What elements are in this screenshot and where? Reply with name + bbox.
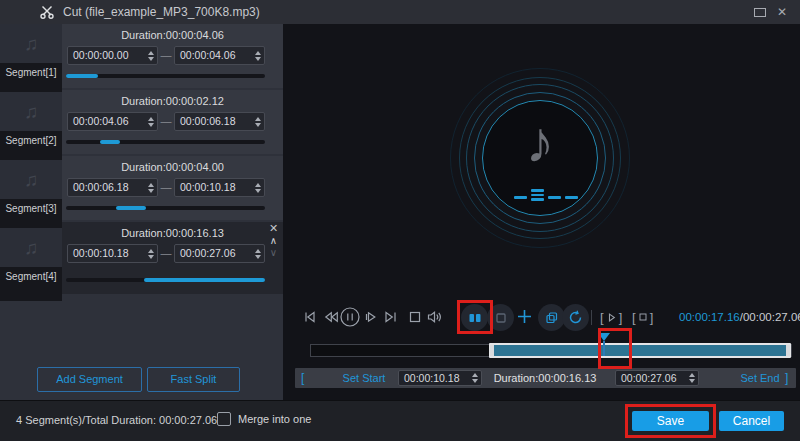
stop-button[interactable] xyxy=(407,309,423,325)
timeline-selection[interactable] xyxy=(489,343,791,358)
segment-thumbnail-label: Segment[1] xyxy=(0,67,62,78)
segment-range-fill xyxy=(66,74,98,78)
set-start-button[interactable]: Set Start xyxy=(333,368,395,388)
stop-segment-button[interactable]: [ ] xyxy=(632,309,653,325)
pause-button[interactable] xyxy=(339,306,355,322)
time-stepper-icon[interactable] xyxy=(148,117,154,127)
segments-status-text: 4 Segment(s)/Total Duration: 00:00:27.06 xyxy=(16,414,217,426)
segment-thumbnail-3[interactable]: ♫ Segment[3] xyxy=(0,160,62,222)
equalizer-icon xyxy=(514,188,578,202)
move-up-icon[interactable]: ∧ xyxy=(266,235,281,247)
rewind-button[interactable] xyxy=(323,309,339,325)
time-stepper-icon[interactable] xyxy=(255,117,261,127)
segment-thumbnail-1[interactable]: ♫ Segment[1] xyxy=(0,24,62,86)
range-bracket-open: [ xyxy=(301,368,304,388)
music-note-icon[interactable]: ♫ xyxy=(0,24,62,63)
set-end-button[interactable]: Set End xyxy=(729,368,791,388)
time-stepper-icon[interactable] xyxy=(255,183,261,193)
music-note-icon[interactable]: ♫ xyxy=(0,160,62,199)
end-time-input[interactable]: 00:00:06.18 xyxy=(174,112,265,131)
toolbar-divider xyxy=(591,310,592,325)
time-display: 00:00:17.16/00:00:27.06 xyxy=(679,311,800,323)
range-dash: — xyxy=(158,46,174,65)
range-start-input[interactable]: 00:00:10.18 xyxy=(398,370,482,386)
segment-duration-label: Duration:00:00:04.00 xyxy=(62,161,283,173)
merge-checkbox[interactable] xyxy=(217,412,231,426)
segment-card-4-selected: Duration:00:00:16.13 00:00:10.18 — 00:00… xyxy=(62,222,283,294)
range-end-input[interactable]: 00:00:27.06 xyxy=(615,370,699,386)
maximize-icon[interactable] xyxy=(754,8,766,17)
segment-range-fill xyxy=(116,206,146,210)
music-note-icon: ♪ xyxy=(510,112,570,172)
step-forward-button[interactable] xyxy=(363,309,379,325)
time-stepper-icon[interactable] xyxy=(472,373,478,383)
annotation-box-split xyxy=(457,300,493,334)
copy-button[interactable] xyxy=(538,304,565,331)
start-time-input[interactable]: 00:00:00.00 xyxy=(67,46,158,65)
segment-card-1: Duration:00:00:04.06 00:00:00.00 — 00:00… xyxy=(62,24,283,88)
segment-thumbnail-label: Segment[3] xyxy=(0,203,62,214)
reset-button[interactable] xyxy=(562,304,589,331)
segment-thumbnail-4[interactable]: ♫ Segment[4] xyxy=(0,228,62,290)
time-stepper-icon[interactable] xyxy=(148,51,154,61)
start-time-input[interactable]: 00:00:06.18 xyxy=(67,178,158,197)
end-time-input[interactable]: 00:00:27.06 xyxy=(174,244,265,263)
window-title: Cut (file_example_MP3_700K8.mp3) xyxy=(63,5,260,19)
add-segment-button[interactable]: Add Segment xyxy=(37,367,142,392)
segment-range-slider[interactable] xyxy=(66,206,265,210)
volume-icon[interactable] xyxy=(426,309,442,325)
selection-end-handle[interactable] xyxy=(786,345,790,356)
left-panel: ♫ Segment[1] ♫ Segment[2] ♫ Segment[3] ♫… xyxy=(0,24,283,400)
selection-start-handle[interactable] xyxy=(490,345,494,356)
time-stepper-icon[interactable] xyxy=(148,183,154,193)
segment-range-slider[interactable] xyxy=(66,140,265,144)
start-time-input[interactable]: 00:00:10.18 xyxy=(67,244,158,263)
segment-card-3: Duration:00:00:04.00 00:00:06.18 — 00:00… xyxy=(62,156,283,220)
annotation-box-save xyxy=(625,404,716,438)
time-stepper-icon[interactable] xyxy=(689,373,695,383)
segment-thumbnail-label: Segment[2] xyxy=(0,135,62,146)
segment-range-slider[interactable] xyxy=(66,278,265,282)
set-range-bar: [ Set Start 00:00:10.18 Duration:00:00:1… xyxy=(295,368,796,388)
skip-to-start-button[interactable] xyxy=(302,309,318,325)
segment-duration-label: Duration:00:00:16.13 xyxy=(62,227,283,239)
segment-thumbnail-list: ♫ Segment[1] ♫ Segment[2] ♫ Segment[3] ♫… xyxy=(0,24,62,301)
segment-editor-list: Duration:00:00:04.06 00:00:00.00 — 00:00… xyxy=(62,24,283,400)
close-icon[interactable]: ✕ xyxy=(774,4,790,20)
fast-split-button[interactable]: Fast Split xyxy=(147,367,240,392)
range-duration-label: Duration:00:00:16.13 xyxy=(488,368,602,388)
music-note-icon[interactable]: ♫ xyxy=(0,92,62,131)
range-dash: — xyxy=(158,112,174,131)
time-stepper-icon[interactable] xyxy=(255,249,261,259)
range-bracket-close: ] xyxy=(785,368,788,388)
timeline-track[interactable] xyxy=(310,344,792,357)
add-button[interactable] xyxy=(516,308,532,324)
titlebar: Cut (file_example_MP3_700K8.mp3) ✕ xyxy=(0,0,800,24)
segment-range-fill xyxy=(144,278,265,282)
play-segment-button[interactable]: [ ] xyxy=(600,309,622,325)
segment-thumbnail-label: Segment[4] xyxy=(0,271,62,282)
segment-range-slider[interactable] xyxy=(66,74,265,78)
time-stepper-icon[interactable] xyxy=(255,51,261,61)
time-stepper-icon[interactable] xyxy=(148,249,154,259)
cut-dialog-window: Cut (file_example_MP3_700K8.mp3) ✕ ♫ Seg… xyxy=(0,0,800,441)
skip-to-end-button[interactable] xyxy=(383,309,399,325)
merge-label: Merge into one xyxy=(238,413,311,425)
cancel-button[interactable]: Cancel xyxy=(719,411,784,431)
scissors-icon xyxy=(39,4,55,20)
segment-card-2: Duration:00:00:02.12 00:00:04.06 — 00:00… xyxy=(62,90,283,154)
segment-duration-label: Duration:00:00:04.06 xyxy=(62,29,283,41)
end-time-input[interactable]: 00:00:04.06 xyxy=(174,46,265,65)
annotation-box-playhead xyxy=(598,328,632,369)
segment-duration-label: Duration:00:00:02.12 xyxy=(62,95,283,107)
end-time-input[interactable]: 00:00:10.18 xyxy=(174,178,265,197)
segment-range-fill xyxy=(100,140,120,144)
delete-segment-icon[interactable]: ✕ xyxy=(266,222,281,235)
segment-thumbnail-2[interactable]: ♫ Segment[2] xyxy=(0,92,62,154)
range-dash: — xyxy=(158,244,174,263)
range-dash: — xyxy=(158,178,174,197)
preview-panel: ♪ xyxy=(283,24,800,400)
music-note-icon[interactable]: ♫ xyxy=(0,228,62,267)
start-time-input[interactable]: 00:00:04.06 xyxy=(67,112,158,131)
move-down-icon[interactable]: ∨ xyxy=(266,247,281,259)
